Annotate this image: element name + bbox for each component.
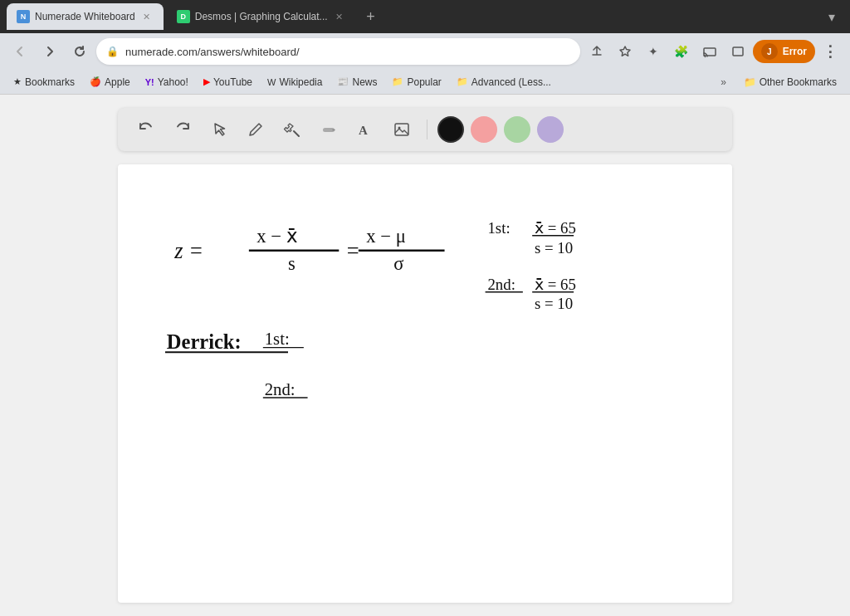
bookmark-advanced-label: Advanced (Less... <box>471 76 551 88</box>
yahoo-icon: Y! <box>145 77 154 87</box>
tab-numerade-label: Numerade Whiteboard <box>35 11 135 22</box>
tab-numerade[interactable]: N Numerade Whiteboard ✕ <box>7 3 164 30</box>
bookmark-wikipedia-label: Wikipedia <box>279 76 322 88</box>
bookmarks-bar: ★ Bookmarks 🍎 Apple Y! Yahoo! ▶ YouTube … <box>0 70 850 95</box>
svg-text:1st:: 1st: <box>487 219 510 237</box>
svg-text:Derrick:: Derrick: <box>167 330 242 353</box>
profile-status: Error <box>783 46 807 57</box>
svg-rect-1 <box>733 47 743 56</box>
toolbar: A <box>118 108 732 151</box>
star-button[interactable] <box>612 38 638 65</box>
image-button[interactable] <box>387 115 417 144</box>
svg-text:x − μ: x − μ <box>366 226 405 247</box>
profile-avatar: J <box>761 43 778 60</box>
svg-text:s = 10: s = 10 <box>535 239 573 257</box>
text-button[interactable]: A <box>350 115 380 144</box>
whiteboard-canvas[interactable]: z = x − x̄ s = x − μ σ 1st: x̄ = 65 s = … <box>118 164 732 603</box>
bookmark-apple[interactable]: 🍎 Apple <box>83 74 137 90</box>
tab-desmos-close[interactable]: ✕ <box>333 10 346 23</box>
nav-bar: 🔒 numerade.com/answers/whiteboard/ ✦ 🧩 J… <box>0 33 850 70</box>
youtube-icon: ▶ <box>203 76 210 87</box>
svg-text:2nd:: 2nd: <box>265 380 296 398</box>
apple-icon: 🍎 <box>90 76 101 87</box>
url-text: numerade.com/answers/whiteboard/ <box>125 46 300 58</box>
tab-numerade-close[interactable]: ✕ <box>140 10 154 23</box>
redo-button[interactable] <box>168 115 198 144</box>
window-button[interactable] <box>725 38 751 65</box>
svg-rect-4 <box>395 124 408 135</box>
more-button[interactable]: ⋮ <box>817 38 843 65</box>
forward-button[interactable] <box>37 38 63 65</box>
tab-desmos[interactable]: D Desmos | Graphing Calculat... ✕ <box>167 3 356 30</box>
whiteboard-wrapper: A z = x − x̄ <box>0 108 850 603</box>
title-bar: N Numerade Whiteboard ✕ D Desmos | Graph… <box>0 0 850 33</box>
bookmark-popular-label: Popular <box>407 76 441 88</box>
svg-text:A: A <box>359 124 368 137</box>
lock-icon: 🔒 <box>106 46 119 57</box>
desmos-favicon: D <box>177 10 190 23</box>
news-icon: 📰 <box>337 76 349 87</box>
nav-actions: ✦ 🧩 J Error ⋮ <box>584 38 843 65</box>
color-green-swatch[interactable] <box>504 116 530 143</box>
bookmark-bookmarks-label: Bookmarks <box>25 76 75 88</box>
advanced-folder-icon: 📁 <box>457 76 468 87</box>
bookmark-yahoo[interactable]: Y! Yahoo! <box>139 74 195 90</box>
content-area: A z = x − x̄ <box>0 95 850 616</box>
bookmark-news-label: News <box>352 76 377 88</box>
svg-text:z =: z = <box>173 238 203 263</box>
other-bookmarks-folder[interactable]: 📁 Other Bookmarks <box>737 74 843 90</box>
svg-text:x − x̄: x − x̄ <box>256 226 297 247</box>
svg-text:x̄ = 65: x̄ = 65 <box>535 276 576 293</box>
share-button[interactable] <box>584 38 610 65</box>
other-bookmarks-icon: 📁 <box>744 76 756 88</box>
title-bar-right: ▾ <box>820 5 843 28</box>
numerade-favicon: N <box>17 10 30 23</box>
undo-button[interactable] <box>131 115 161 144</box>
bookmark-yahoo-label: Yahoo! <box>158 76 188 88</box>
wikipedia-icon: W <box>267 77 276 87</box>
bookmarks-more: » 📁 Other Bookmarks <box>714 72 843 92</box>
toolbar-separator <box>427 120 427 139</box>
svg-text:s: s <box>288 253 296 274</box>
color-pink-swatch[interactable] <box>471 116 497 143</box>
svg-text:1st:: 1st: <box>265 330 290 348</box>
svg-text:σ: σ <box>393 253 403 274</box>
bookmark-bookmarks[interactable]: ★ Bookmarks <box>7 74 81 90</box>
bookmark-youtube[interactable]: ▶ YouTube <box>197 74 259 90</box>
tools-button[interactable] <box>277 115 307 144</box>
popular-icon: 📁 <box>392 76 403 87</box>
tab-desmos-label: Desmos | Graphing Calculat... <box>195 11 328 22</box>
svg-text:x̄ = 65: x̄ = 65 <box>535 219 576 237</box>
color-lavender-swatch[interactable] <box>537 116 564 143</box>
bookmark-advanced[interactable]: 📁 Advanced (Less... <box>450 74 558 90</box>
address-bar[interactable]: 🔒 numerade.com/answers/whiteboard/ <box>96 38 580 65</box>
bookmark-youtube-label: YouTube <box>213 76 252 88</box>
svg-text:2nd:: 2nd: <box>487 276 515 293</box>
tab-list-button[interactable]: ▾ <box>820 5 843 28</box>
other-bookmarks-label: Other Bookmarks <box>760 76 837 88</box>
bookmark-wikipedia[interactable]: W Wikipedia <box>261 74 329 90</box>
reload-button[interactable] <box>66 38 93 65</box>
marker-button[interactable] <box>314 115 344 144</box>
bookmarks-chevron-button[interactable]: » <box>714 72 734 92</box>
whiteboard-svg: z = x − x̄ s = x − μ σ 1st: x̄ = 65 s = … <box>118 164 732 603</box>
profile-button[interactable]: J Error <box>753 40 815 63</box>
pencil-button[interactable] <box>241 115 271 144</box>
extension1-button[interactable]: ✦ <box>640 38 667 65</box>
new-tab-button[interactable]: + <box>359 5 383 28</box>
bookmark-news[interactable]: 📰 News <box>330 74 383 90</box>
back-button[interactable] <box>7 38 33 65</box>
cast-button[interactable] <box>696 38 723 65</box>
select-button[interactable] <box>204 115 234 144</box>
bookmark-popular[interactable]: 📁 Popular <box>385 74 447 90</box>
page: N Numerade Whiteboard ✕ D Desmos | Graph… <box>0 0 850 616</box>
color-black-swatch[interactable] <box>437 116 464 143</box>
star-icon: ★ <box>13 76 22 87</box>
extension2-button[interactable]: 🧩 <box>668 38 695 65</box>
bookmark-apple-label: Apple <box>105 76 130 88</box>
svg-text:s = 10: s = 10 <box>535 295 573 312</box>
svg-text:=: = <box>347 238 359 263</box>
